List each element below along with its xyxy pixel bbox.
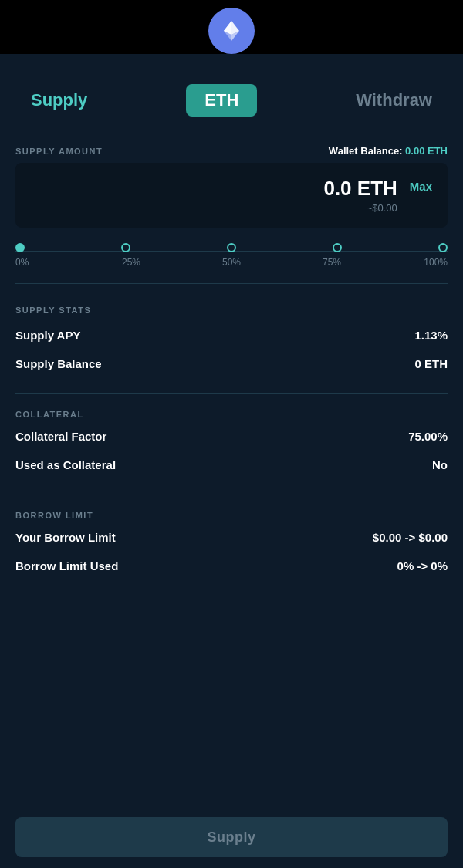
tab-supply[interactable]: Supply xyxy=(31,90,87,110)
collateral-factor-row: Collateral Factor 75.00% xyxy=(15,422,448,451)
slider-dot-75[interactable] xyxy=(333,243,342,252)
amount-usd: ~$0.00 xyxy=(31,202,397,214)
wallet-balance-value: 0.00 ETH xyxy=(405,145,448,157)
your-borrow-limit-value: $0.00 -> $0.00 xyxy=(373,531,448,544)
slider-dot-50[interactable] xyxy=(227,243,236,252)
tab-withdraw[interactable]: Withdraw xyxy=(356,90,432,110)
collateral-factor-value: 75.00% xyxy=(408,430,448,443)
used-as-collateral-row: Used as Collateral No xyxy=(15,451,448,479)
borrow-limit-used-value: 0% -> 0% xyxy=(397,559,448,572)
supply-balance-value: 0 ETH xyxy=(414,357,448,370)
main-content: SUPPLY AMOUNT Wallet Balance: 0.00 ETH 0… xyxy=(0,123,463,829)
borrow-limit-used-key: Borrow Limit Used xyxy=(15,559,118,572)
tab-eth-pill[interactable]: ETH xyxy=(186,84,257,117)
pct-label-75: 75% xyxy=(316,257,347,268)
pct-label-25: 25% xyxy=(116,257,147,268)
slider-container[interactable]: 0% 25% 50% 75% 100% xyxy=(15,241,448,268)
pct-label-0: 0% xyxy=(15,257,46,268)
borrow-limit-label: BORROW LIMIT xyxy=(15,511,448,520)
amount-input-box[interactable]: 0.0 ETH ~$0.00 Max xyxy=(15,163,448,228)
collateral-label: COLLATERAL xyxy=(15,410,448,419)
your-borrow-limit-row: Your Borrow Limit $0.00 -> $0.00 xyxy=(15,523,448,552)
top-bar xyxy=(0,0,463,54)
supply-stats-label: SUPPLY STATS xyxy=(15,306,448,315)
supply-amount-label: SUPPLY AMOUNT xyxy=(15,147,103,156)
slider-dot-25[interactable] xyxy=(121,243,130,252)
collateral-factor-key: Collateral Factor xyxy=(15,430,106,443)
bottom-bar: Supply xyxy=(0,806,463,868)
divider-1 xyxy=(15,283,448,284)
supply-apy-key: Supply APY xyxy=(15,329,80,342)
wallet-balance-text: Wallet Balance: 0.00 ETH xyxy=(329,145,448,157)
eth-diamond-icon xyxy=(219,19,244,43)
pct-labels-row: 0% 25% 50% 75% 100% xyxy=(15,257,448,268)
supply-balance-key: Supply Balance xyxy=(15,357,102,370)
wallet-balance-prefix: Wallet Balance: xyxy=(329,145,405,157)
slider-dots-row xyxy=(15,243,448,252)
divider-2 xyxy=(15,393,448,394)
amount-display: 0.0 ETH ~$0.00 xyxy=(31,177,397,214)
supply-balance-row: Supply Balance 0 ETH xyxy=(15,350,448,378)
used-as-collateral-value: No xyxy=(432,458,448,471)
svg-marker-3 xyxy=(224,21,231,35)
supply-button[interactable]: Supply xyxy=(15,817,448,857)
pct-label-50: 50% xyxy=(216,257,247,268)
supply-apy-value: 1.13% xyxy=(414,329,448,342)
max-button[interactable]: Max xyxy=(410,177,432,193)
divider-3 xyxy=(15,495,448,495)
amount-eth: 0.0 ETH xyxy=(31,177,397,201)
used-as-collateral-key: Used as Collateral xyxy=(15,458,116,471)
tab-row: Supply ETH Withdraw xyxy=(0,77,463,123)
eth-logo xyxy=(208,8,255,54)
supply-amount-header: SUPPLY AMOUNT Wallet Balance: 0.00 ETH xyxy=(15,145,448,157)
slider-dot-0[interactable] xyxy=(15,243,25,252)
borrow-limit-used-row: Borrow Limit Used 0% -> 0% xyxy=(15,552,448,580)
supply-apy-row: Supply APY 1.13% xyxy=(15,321,448,350)
your-borrow-limit-key: Your Borrow Limit xyxy=(15,531,116,544)
pct-label-100: 100% xyxy=(417,257,448,268)
slider-dot-100[interactable] xyxy=(438,243,448,252)
